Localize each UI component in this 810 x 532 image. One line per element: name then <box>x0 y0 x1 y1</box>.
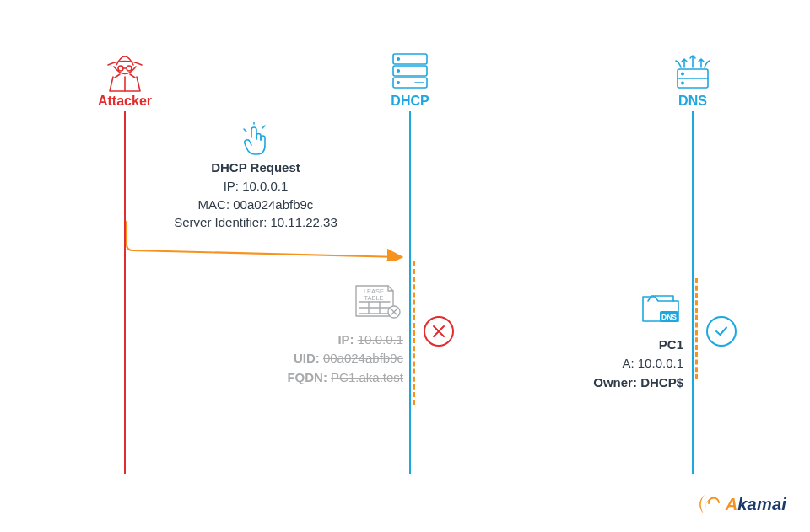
dhcp-activation-dash <box>413 261 415 405</box>
svg-point-13 <box>682 82 683 83</box>
dns-label: DNS <box>642 94 743 109</box>
lease-fqdn-value: PC1.aka.test <box>331 370 403 384</box>
lease-ip-label: IP: <box>338 332 354 347</box>
lease-uid-label: UID: <box>294 351 320 365</box>
attacker-lifeline <box>124 111 126 474</box>
lease-table-block: LEASE TABLE IP: 10.0.0.1 UID: 00a024abfb… <box>251 282 403 387</box>
akamai-logo: Akamai <box>699 492 786 517</box>
dns-record-name: PC1 <box>548 336 683 355</box>
akamai-wave-icon <box>699 492 724 517</box>
dns-lifeline <box>692 111 694 474</box>
lease-table-icon: LEASE TABLE <box>251 282 403 325</box>
dns-owner-label: Owner: <box>593 375 637 390</box>
lease-fqdn-label: FQDN: <box>287 370 327 384</box>
svg-point-0 <box>118 66 123 71</box>
svg-point-8 <box>397 82 400 84</box>
click-hand-icon <box>235 122 273 161</box>
dhcp-request-mac: MAC: 00a024abfb9c <box>133 196 378 214</box>
dhcp-request-block: DHCP Request IP: 10.0.0.1 MAC: 00a024abf… <box>133 159 378 232</box>
svg-point-6 <box>397 58 400 61</box>
svg-point-12 <box>682 73 683 74</box>
status-pass-icon <box>706 316 737 347</box>
lease-uid-value: 00a024abfb9c <box>323 351 403 365</box>
svg-line-16 <box>262 126 265 128</box>
dhcp-lifeline <box>409 111 411 474</box>
svg-point-1 <box>127 66 132 71</box>
lease-icon-label-bottom: TABLE <box>364 294 383 302</box>
dns-folder-icon: DNS <box>548 291 683 332</box>
dhcp-request-title: DHCP Request <box>133 159 378 177</box>
dns-record-block: DNS PC1 A: 10.0.0.1 Owner: DHCP$ <box>548 291 683 392</box>
dhcp-request-ip: IP: 10.0.0.1 <box>133 177 378 196</box>
status-fail-icon <box>424 316 454 347</box>
dns-server-icon <box>667 49 718 93</box>
dns-folder-label: DNS <box>662 313 677 321</box>
diagram-canvas: Attacker DHCP DNS DHCP Request IP: 10.0.… <box>0 0 810 532</box>
dhcp-label: DHCP <box>359 94 461 109</box>
lease-ip-value: 10.0.0.1 <box>358 332 403 347</box>
dns-owner-value: DHCP$ <box>640 375 683 390</box>
dhcp-server-icon <box>385 49 435 93</box>
dns-record-a: A: 10.0.0.1 <box>548 354 683 373</box>
svg-line-14 <box>244 129 246 132</box>
attacker-icon <box>100 49 150 93</box>
dns-activation-dash <box>695 278 698 379</box>
dhcp-request-sid: Server Identifier: 10.11.22.33 <box>133 213 378 232</box>
svg-point-7 <box>397 70 400 73</box>
attacker-label: Attacker <box>74 94 176 109</box>
akamai-logo-text: Akamai <box>726 495 786 514</box>
